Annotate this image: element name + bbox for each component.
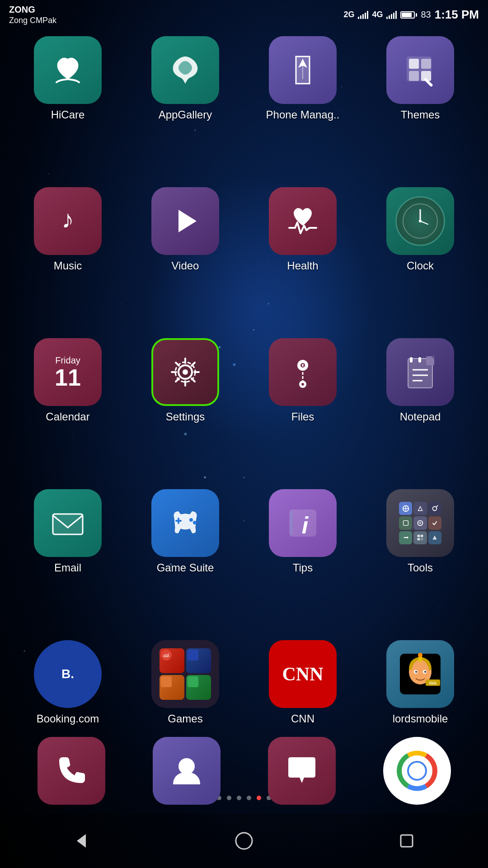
tips-icon-bg: i	[269, 489, 337, 557]
svg-marker-46	[407, 537, 408, 539]
app-booking[interactable]: B. Booking.com	[14, 640, 122, 725]
calendar-display: Friday 11	[55, 355, 81, 389]
calendar-label: Calendar	[46, 410, 89, 423]
app-health[interactable]: Health	[249, 187, 357, 272]
svg-text:i: i	[302, 512, 309, 538]
app-files[interactable]: Files	[249, 338, 357, 423]
game-cell-3	[160, 675, 184, 700]
chrome-icon-svg	[392, 746, 442, 796]
svg-rect-3	[421, 59, 431, 69]
svg-point-66	[178, 758, 195, 774]
nav-home[interactable]	[226, 823, 262, 859]
health-icon-bg	[269, 187, 337, 255]
settings-icon-svg	[165, 352, 206, 392]
app-row-1: HiCare AppGallery Phone Mana	[14, 36, 474, 121]
clock-face-svg	[400, 201, 441, 241]
app-appgallery[interactable]: AppGallery	[131, 36, 239, 121]
hicare-label: HiCare	[51, 108, 85, 121]
app-lords[interactable]: iGG lordsmobile	[366, 640, 474, 725]
app-calendar[interactable]: Friday 11 Calendar	[14, 338, 122, 423]
lords-label: lordsmobile	[393, 712, 448, 725]
app-music[interactable]: ♪ Music	[14, 187, 122, 272]
phone-manager-icon-bg	[269, 36, 337, 104]
game-cell-1: 🏎	[160, 648, 184, 673]
svg-text:♪: ♪	[61, 205, 74, 233]
tool-cell-6	[428, 516, 441, 529]
calendar-num: 11	[55, 366, 81, 389]
booking-icon-text: B.	[61, 667, 74, 681]
music-icon-svg: ♪	[47, 201, 88, 241]
notepad-label: Notepad	[400, 410, 441, 423]
app-tools[interactable]: Tools	[366, 489, 474, 574]
settings-label: Settings	[166, 410, 205, 423]
contacts-icon-svg	[166, 750, 207, 791]
health-icon-svg	[282, 201, 323, 241]
app-hicare[interactable]: HiCare	[14, 36, 122, 121]
dock-contacts[interactable]	[153, 737, 221, 805]
app-themes[interactable]: Themes	[366, 36, 474, 121]
dock-chrome[interactable]	[383, 737, 451, 805]
app-tips[interactable]: i Tips	[249, 489, 357, 574]
files-icon-bg	[269, 338, 337, 406]
app-settings[interactable]: Settings	[131, 338, 239, 423]
svg-text:🏎: 🏎	[163, 651, 169, 659]
dock-messages[interactable]	[268, 737, 336, 805]
app-cnn[interactable]: CNN CNN	[249, 640, 357, 725]
network-2g: 2G	[343, 10, 354, 19]
network-4g: 4G	[372, 10, 383, 19]
calendar-icon-bg: Friday 11	[34, 338, 102, 406]
battery-icon	[400, 11, 417, 19]
tools-label: Tools	[408, 561, 433, 574]
svg-rect-73	[401, 835, 413, 847]
app-video[interactable]: Video	[131, 187, 239, 272]
tool-cell-9	[428, 531, 441, 544]
tools-icon-bg	[386, 489, 454, 557]
svg-text:iGG: iGG	[429, 681, 437, 685]
game-suite-icon-bg	[151, 489, 219, 557]
svg-line-41	[436, 505, 438, 507]
tool-cell-1	[399, 502, 412, 515]
cnn-icon-bg: CNN	[269, 640, 337, 708]
svg-rect-54	[161, 676, 172, 687]
svg-rect-48	[421, 535, 423, 537]
svg-point-59	[418, 653, 422, 657]
phone-manager-icon-svg	[282, 50, 323, 90]
app-games[interactable]: 🏎 Games	[131, 640, 239, 725]
app-notepad[interactable]: Notepad	[366, 338, 474, 423]
themes-icon-bg	[386, 36, 454, 104]
tool-cell-2	[413, 502, 427, 515]
svg-point-44	[419, 522, 421, 524]
hicare-icon-svg	[47, 50, 88, 90]
svg-point-33	[193, 521, 197, 524]
game-cell-2	[186, 648, 211, 673]
app-email[interactable]: Email	[14, 489, 122, 574]
nav-recent[interactable]	[389, 823, 425, 859]
carrier-sub: Zong CMPak	[9, 15, 56, 26]
app-game-suite[interactable]: Game Suite	[131, 489, 239, 574]
health-label: Health	[287, 259, 318, 272]
games-folder: 🏎	[156, 645, 215, 703]
app-phone-manager[interactable]: Phone Manag..	[249, 36, 357, 121]
status-bar: ZONG Zong CMPak 2G 4G 83 1:15 PM	[0, 0, 488, 27]
svg-point-40	[433, 506, 437, 510]
appgallery-icon-svg	[165, 50, 206, 90]
app-clock[interactable]: Clock	[366, 187, 474, 272]
app-row-4: Email Game Suite i	[14, 489, 474, 574]
tool-cell-7	[399, 531, 412, 544]
svg-marker-8	[178, 210, 197, 232]
files-label: Files	[291, 410, 314, 423]
clock-face	[395, 196, 445, 246]
cnn-label: CNN	[291, 712, 314, 725]
cnn-icon-text: CNN	[282, 663, 324, 685]
tips-icon-svg: i	[282, 503, 323, 543]
svg-rect-22	[410, 357, 413, 363]
dock-phone[interactable]	[38, 737, 105, 805]
game-suite-label: Game Suite	[157, 561, 214, 574]
files-icon-svg	[282, 352, 323, 392]
themes-icon-svg	[400, 50, 441, 90]
recent-icon	[395, 830, 418, 852]
tool-cell-8	[413, 531, 427, 544]
nav-back[interactable]	[63, 823, 99, 859]
appgallery-icon-bg	[151, 36, 219, 104]
svg-rect-50	[421, 538, 423, 540]
